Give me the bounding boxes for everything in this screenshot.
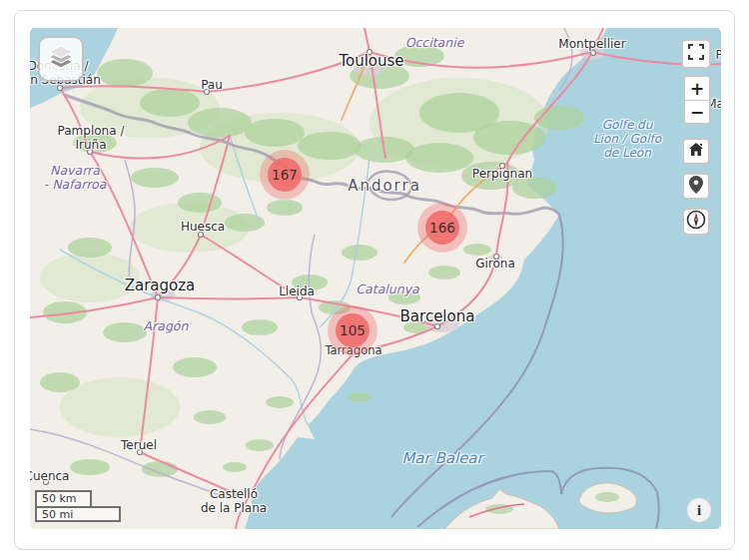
marker-cluster-105[interactable]: 105 xyxy=(328,305,377,355)
marker-cluster-166[interactable]: 166 xyxy=(417,203,467,253)
scale-control: 50 km 50 mi xyxy=(35,490,121,522)
zoom-in-button[interactable]: + xyxy=(685,77,709,100)
marker-cluster-167[interactable]: 167 xyxy=(260,150,310,200)
home-icon xyxy=(688,142,704,161)
zoom-control: + − xyxy=(683,75,711,125)
home-button[interactable] xyxy=(682,138,710,165)
attribution-info-button[interactable]: i xyxy=(686,497,712,523)
compass-icon xyxy=(686,210,706,234)
cluster-count: 105 xyxy=(336,313,370,347)
locate-marker-button[interactable] xyxy=(682,173,710,200)
scale-km: 50 km xyxy=(35,490,92,506)
map-pin-icon xyxy=(689,176,703,198)
compass-button[interactable] xyxy=(682,208,710,236)
map-card: Donostia / San Sebastián Pau Toulouse Mo… xyxy=(14,10,735,550)
scale-mi: 50 mi xyxy=(35,506,121,522)
cluster-count: 166 xyxy=(425,211,459,245)
map-tiles xyxy=(30,28,721,529)
layers-control-button[interactable] xyxy=(38,36,84,82)
map-viewport[interactable]: Donostia / San Sebastián Pau Toulouse Mo… xyxy=(30,28,721,529)
fullscreen-icon xyxy=(688,44,704,64)
zoom-out-button[interactable]: − xyxy=(685,100,709,123)
cluster-count: 167 xyxy=(268,158,302,192)
fullscreen-button[interactable] xyxy=(681,39,711,69)
layers-icon xyxy=(45,41,77,77)
